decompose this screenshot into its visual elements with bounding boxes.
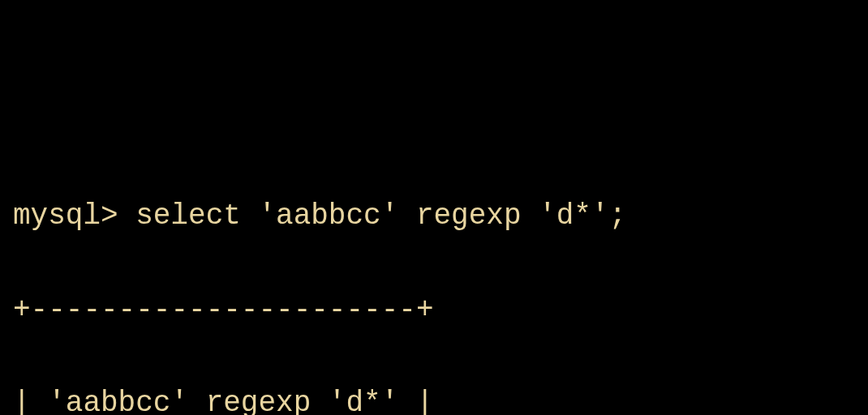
table-border-top: +----------------------+ [13,287,855,334]
mysql-prompt: mysql> [13,199,118,233]
table-header-row: | 'aabbcc' regexp 'd*' | [13,380,855,415]
sql-command: select 'aabbcc' regexp 'd*'; [135,199,626,233]
command-line[interactable]: mysql> select 'aabbcc' regexp 'd*'; [13,193,855,240]
